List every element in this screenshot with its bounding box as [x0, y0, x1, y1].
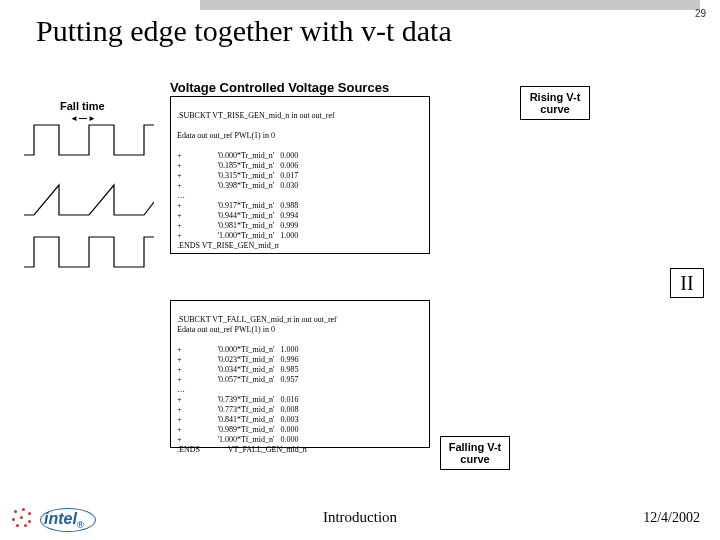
code-line: + '0.000*Tr_mid_n' 0.000 — [177, 151, 298, 160]
code-line: + '0.739*Tf_mid_n' 0.016 — [177, 395, 298, 404]
code-line: + '0.981*Tr_mid_n' 0.999 — [177, 221, 298, 230]
top-shadow — [200, 0, 700, 10]
code-line: + '0.057*Tf_mid_n' 0.957 — [177, 375, 298, 384]
code-line: + '0.023*Tf_mid_n' 0.996 — [177, 355, 298, 364]
code-line: .ENDS VT_FALL_GEN_mid_n — [177, 445, 307, 454]
footer-date: 12/4/2002 — [643, 510, 700, 526]
code-line: + '0.989*Tf_mid_n' 0.000 — [177, 425, 298, 434]
code-line: .SUBCKT VT_RISE_GEN_mid_n in out out_ref — [177, 111, 335, 120]
falling-curve-label: Falling V-t curve — [440, 436, 510, 470]
section-heading: Voltage Controlled Voltage Sources — [170, 80, 389, 95]
square-wave-2 — [24, 232, 154, 272]
rising-curve-label: Rising V-t curve — [520, 86, 590, 120]
square-wave-1 — [24, 120, 154, 160]
slide-title: Putting edge together with v-t data — [36, 14, 452, 48]
fall-time-label: Fall time — [60, 100, 105, 112]
fall-subckt-code: .SUBCKT VT_FALL_GEN_mid_n in out out_ref… — [170, 300, 430, 448]
rise-subckt-code: .SUBCKT VT_RISE_GEN_mid_n in out out_ref… — [170, 96, 430, 254]
code-line: + '0.034*Tf_mid_n' 0.985 — [177, 365, 298, 374]
code-line: + '1.000*Tr_mid_n' 1.000 — [177, 231, 298, 240]
code-line: Edata out out_ref PWL(1) in 0 — [177, 131, 275, 140]
code-line: + '0.841*Tf_mid_n' 0.003 — [177, 415, 298, 424]
code-line: .SUBCKT VT_FALL_GEN_mid_n in out out_ref — [177, 315, 337, 324]
code-line: … — [177, 385, 185, 394]
code-line: + '0.917*Tr_mid_n' 0.988 — [177, 201, 298, 210]
code-line: + '1.000*Tf_mid_n' 0.000 — [177, 435, 298, 444]
code-line: + '0.398*Tr_mid_n' 0.030 — [177, 181, 298, 190]
code-line: + '0.944*Tr_mid_n' 0.994 — [177, 211, 298, 220]
code-line: + '0.773*Tf_mid_n' 0.008 — [177, 405, 298, 414]
footer-center: Introduction — [323, 509, 397, 526]
code-line: + '0.315*Tr_mid_n' 0.017 — [177, 171, 298, 180]
code-line: Edata out out_ref PWL(1) in 0 — [177, 325, 275, 334]
code-line: + '0.185*Tr_mid_n' 0.006 — [177, 161, 298, 170]
section-marker-II: II — [670, 268, 704, 298]
code-line: .ENDS VT_RISE_GEN_mid_n — [177, 241, 279, 250]
page-number: 29 — [695, 8, 706, 19]
intel-logo: intel® — [44, 510, 84, 530]
code-line: + '0.000*Tf_mid_n' 1.000 — [177, 345, 298, 354]
logo-dot-grid — [12, 508, 34, 530]
ramp-wave-1 — [24, 180, 154, 220]
code-line: … — [177, 191, 185, 200]
